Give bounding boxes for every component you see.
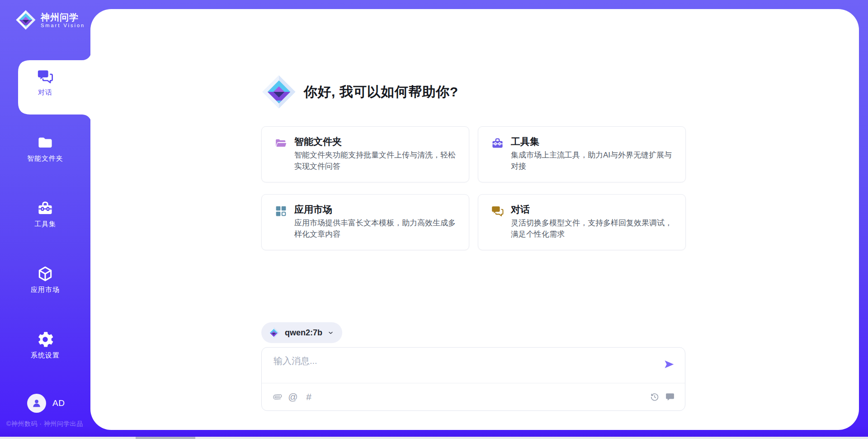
brand-name: 神州问学 <box>41 12 85 23</box>
chat-icon <box>37 68 54 85</box>
horizontal-scrollbar-thumb[interactable] <box>136 437 195 439</box>
apps-grid-icon <box>274 205 288 218</box>
toolbox-icon <box>491 137 504 150</box>
sidebar-item-settings[interactable]: 系统设置 <box>0 331 90 360</box>
sidebar-item-label: 应用市场 <box>31 286 60 294</box>
model-selector[interactable]: qwen2:7b <box>261 322 342 343</box>
hash-icon[interactable]: # <box>304 392 314 402</box>
user-name: AD <box>52 398 65 408</box>
sidebar-item-label: 系统设置 <box>31 351 60 360</box>
model-diamond-icon <box>268 327 280 339</box>
card-title: 应用市场 <box>294 203 332 216</box>
cube-icon <box>37 265 54 282</box>
card-title: 智能文件夹 <box>294 135 342 148</box>
sidebar-item-label: 对话 <box>38 88 52 97</box>
sidebar-item-label: 智能文件夹 <box>27 154 63 163</box>
chat-icon <box>491 205 504 218</box>
sidebar-item-smart-folder[interactable]: 智能文件夹 <box>0 134 90 163</box>
card-desc: 集成市场上主流工具，助力AI与外界无缝扩展与对接 <box>511 149 674 172</box>
brand-logo: 神州问学 Smart Vision <box>15 10 85 30</box>
sidebar-item-label: 工具集 <box>34 220 56 229</box>
feature-card-chat[interactable]: 对话 灵活切换多模型文件，支持多样回复效果调试，满足个性化需求 <box>478 194 686 250</box>
model-name: qwen2:7b <box>285 328 322 338</box>
card-title: 对话 <box>511 203 530 216</box>
horizontal-scrollbar <box>0 437 868 439</box>
greeting-diamond-icon <box>261 74 297 110</box>
history-icon[interactable] <box>650 392 660 402</box>
feature-cards: 智能文件夹 智能文件夹功能支持批量文件上传与清洗，轻松实现文件问答 工具集 集成… <box>261 126 686 250</box>
card-desc: 应用市场提供丰富长文本模板，助力高效生成多样化文章内容 <box>294 217 457 240</box>
gear-icon <box>37 331 54 348</box>
user-account[interactable]: AD <box>27 394 65 413</box>
at-icon[interactable]: @ <box>288 392 298 402</box>
composer: @ # <box>261 347 685 411</box>
send-icon[interactable] <box>663 358 675 370</box>
sidebar-footer: ©神州数码 · 神州问学出品 <box>6 420 97 428</box>
brand-diamond-icon <box>15 10 36 30</box>
comment-icon[interactable] <box>665 392 675 402</box>
card-title: 工具集 <box>511 135 539 148</box>
composer-divider <box>262 383 685 383</box>
folder-open-icon <box>274 137 288 150</box>
card-desc: 智能文件夹功能支持批量文件上传与清洗，轻松实现文件问答 <box>294 149 457 172</box>
card-desc: 灵活切换多模型文件，支持多样回复效果调试，满足个性化需求 <box>511 217 674 240</box>
toolbox-icon <box>37 200 54 217</box>
feature-card-toolbox[interactable]: 工具集 集成市场上主流工具，助力AI与外界无缝扩展与对接 <box>478 126 686 182</box>
paperclip-icon[interactable] <box>273 392 283 402</box>
app-window: 神州问学 Smart Vision 对话 智能文件夹 <box>0 0 868 439</box>
chevron-down-icon <box>327 329 334 336</box>
sidebar-item-chat[interactable]: 对话 <box>0 68 90 97</box>
greeting-title: 你好, 我可以如何帮助你? <box>304 83 458 101</box>
user-icon <box>31 397 42 409</box>
feature-card-smart-folder[interactable]: 智能文件夹 智能文件夹功能支持批量文件上传与清洗，轻松实现文件问答 <box>261 126 469 182</box>
sidebar-item-app-market[interactable]: 应用市场 <box>0 265 90 294</box>
feature-card-app-market[interactable]: 应用市场 应用市场提供丰富长文本模板，助力高效生成多样化文章内容 <box>261 194 469 250</box>
sidebar-item-toolbox[interactable]: 工具集 <box>0 200 90 229</box>
greeting-block: 你好, 我可以如何帮助你? <box>261 74 458 110</box>
folder-icon <box>37 134 54 151</box>
message-input[interactable] <box>273 354 645 381</box>
avatar <box>27 394 46 413</box>
brand-subtitle: Smart Vision <box>41 23 85 28</box>
